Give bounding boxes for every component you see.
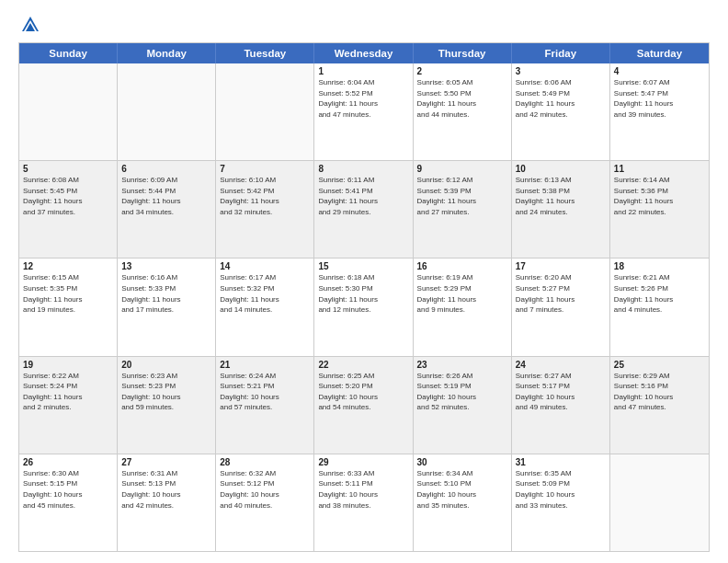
day-number: 24 (516, 360, 606, 370)
logo-icon (20, 15, 40, 35)
day-info: Sunrise: 6:23 AM Sunset: 5:23 PM Dayligh… (121, 371, 211, 413)
day-number: 15 (318, 261, 408, 271)
day-number: 27 (121, 457, 211, 467)
day-cell-18: 18Sunrise: 6:21 AM Sunset: 5:26 PM Dayli… (610, 259, 709, 355)
day-info: Sunrise: 6:15 AM Sunset: 5:35 PM Dayligh… (23, 272, 113, 315)
day-number: 25 (614, 360, 705, 370)
day-number: 5 (23, 164, 113, 174)
calendar-week-1: 1Sunrise: 6:04 AM Sunset: 5:52 PM Daylig… (19, 63, 709, 160)
empty-cell (19, 63, 118, 160)
day-number: 29 (318, 457, 408, 467)
day-info: Sunrise: 6:18 AM Sunset: 5:30 PM Dayligh… (318, 272, 408, 315)
day-cell-8: 8Sunrise: 6:11 AM Sunset: 5:41 PM Daylig… (314, 161, 413, 258)
day-info: Sunrise: 6:27 AM Sunset: 5:17 PM Dayligh… (516, 371, 606, 413)
day-number: 16 (417, 261, 507, 271)
day-cell-23: 23Sunrise: 6:26 AM Sunset: 5:19 PM Dayli… (414, 357, 512, 454)
day-number: 7 (220, 164, 310, 174)
day-number: 23 (417, 360, 507, 370)
day-info: Sunrise: 6:21 AM Sunset: 5:26 PM Dayligh… (614, 272, 705, 315)
day-info: Sunrise: 6:22 AM Sunset: 5:24 PM Dayligh… (23, 371, 113, 413)
day-cell-15: 15Sunrise: 6:18 AM Sunset: 5:30 PM Dayli… (314, 259, 413, 355)
day-cell-5: 5Sunrise: 6:08 AM Sunset: 5:45 PM Daylig… (19, 161, 118, 258)
day-cell-9: 9Sunrise: 6:12 AM Sunset: 5:39 PM Daylig… (414, 161, 512, 258)
day-number: 20 (121, 360, 211, 370)
day-number: 17 (516, 261, 606, 271)
day-number: 19 (23, 360, 113, 370)
day-info: Sunrise: 6:08 AM Sunset: 5:45 PM Dayligh… (23, 175, 113, 217)
day-info: Sunrise: 6:14 AM Sunset: 5:36 PM Dayligh… (614, 175, 705, 217)
day-cell-3: 3Sunrise: 6:06 AM Sunset: 5:49 PM Daylig… (512, 63, 610, 160)
day-number: 21 (220, 360, 310, 370)
day-number: 28 (220, 457, 310, 467)
empty-cell (118, 63, 216, 160)
day-info: Sunrise: 6:24 AM Sunset: 5:21 PM Dayligh… (220, 371, 310, 413)
day-number: 1 (318, 66, 408, 76)
day-number: 12 (23, 261, 113, 271)
day-number: 22 (318, 360, 408, 370)
day-number: 3 (516, 66, 606, 76)
day-info: Sunrise: 6:34 AM Sunset: 5:10 PM Dayligh… (417, 468, 507, 511)
calendar: SundayMondayTuesdayWednesdayThursdayFrid… (18, 42, 710, 552)
page: SundayMondayTuesdayWednesdayThursdayFrid… (0, 0, 728, 563)
day-cell-12: 12Sunrise: 6:15 AM Sunset: 5:35 PM Dayli… (19, 259, 118, 355)
header-day-tuesday: Tuesday (216, 43, 314, 63)
day-info: Sunrise: 6:12 AM Sunset: 5:39 PM Dayligh… (417, 175, 507, 217)
day-info: Sunrise: 6:30 AM Sunset: 5:15 PM Dayligh… (23, 468, 113, 511)
logo (18, 15, 40, 35)
header (18, 15, 710, 35)
day-cell-21: 21Sunrise: 6:24 AM Sunset: 5:21 PM Dayli… (216, 357, 314, 454)
day-cell-31: 31Sunrise: 6:35 AM Sunset: 5:09 PM Dayli… (512, 454, 610, 551)
header-day-saturday: Saturday (610, 43, 709, 63)
day-cell-26: 26Sunrise: 6:30 AM Sunset: 5:15 PM Dayli… (19, 454, 118, 551)
day-info: Sunrise: 6:13 AM Sunset: 5:38 PM Dayligh… (516, 175, 606, 217)
day-info: Sunrise: 6:33 AM Sunset: 5:11 PM Dayligh… (318, 468, 408, 511)
day-cell-17: 17Sunrise: 6:20 AM Sunset: 5:27 PM Dayli… (512, 259, 610, 355)
day-cell-25: 25Sunrise: 6:29 AM Sunset: 5:16 PM Dayli… (610, 357, 709, 454)
day-number: 30 (417, 457, 507, 467)
day-info: Sunrise: 6:06 AM Sunset: 5:49 PM Dayligh… (516, 77, 606, 120)
day-number: 13 (121, 261, 211, 271)
day-cell-4: 4Sunrise: 6:07 AM Sunset: 5:47 PM Daylig… (610, 63, 709, 160)
day-number: 4 (614, 66, 705, 76)
calendar-body: 1Sunrise: 6:04 AM Sunset: 5:52 PM Daylig… (19, 63, 709, 551)
empty-cell (216, 63, 314, 160)
day-info: Sunrise: 6:20 AM Sunset: 5:27 PM Dayligh… (516, 272, 606, 315)
day-cell-7: 7Sunrise: 6:10 AM Sunset: 5:42 PM Daylig… (216, 161, 314, 258)
day-info: Sunrise: 6:10 AM Sunset: 5:42 PM Dayligh… (220, 175, 310, 217)
day-info: Sunrise: 6:11 AM Sunset: 5:41 PM Dayligh… (318, 175, 408, 217)
day-cell-6: 6Sunrise: 6:09 AM Sunset: 5:44 PM Daylig… (118, 161, 216, 258)
day-number: 26 (23, 457, 113, 467)
day-info: Sunrise: 6:25 AM Sunset: 5:20 PM Dayligh… (318, 371, 408, 413)
day-info: Sunrise: 6:07 AM Sunset: 5:47 PM Dayligh… (614, 77, 705, 120)
day-cell-24: 24Sunrise: 6:27 AM Sunset: 5:17 PM Dayli… (512, 357, 610, 454)
day-cell-13: 13Sunrise: 6:16 AM Sunset: 5:33 PM Dayli… (118, 259, 216, 355)
day-info: Sunrise: 6:17 AM Sunset: 5:32 PM Dayligh… (220, 272, 310, 315)
calendar-week-3: 12Sunrise: 6:15 AM Sunset: 5:35 PM Dayli… (19, 258, 709, 355)
day-cell-22: 22Sunrise: 6:25 AM Sunset: 5:20 PM Dayli… (314, 357, 413, 454)
calendar-week-4: 19Sunrise: 6:22 AM Sunset: 5:24 PM Dayli… (19, 356, 709, 454)
day-cell-14: 14Sunrise: 6:17 AM Sunset: 5:32 PM Dayli… (216, 259, 314, 355)
day-info: Sunrise: 6:05 AM Sunset: 5:50 PM Dayligh… (417, 77, 507, 120)
header-day-thursday: Thursday (414, 43, 512, 63)
day-number: 2 (417, 66, 507, 76)
day-info: Sunrise: 6:04 AM Sunset: 5:52 PM Dayligh… (318, 77, 408, 120)
day-number: 10 (516, 164, 606, 174)
day-info: Sunrise: 6:26 AM Sunset: 5:19 PM Dayligh… (417, 371, 507, 413)
day-number: 14 (220, 261, 310, 271)
calendar-week-2: 5Sunrise: 6:08 AM Sunset: 5:45 PM Daylig… (19, 160, 709, 258)
day-cell-2: 2Sunrise: 6:05 AM Sunset: 5:50 PM Daylig… (414, 63, 512, 160)
calendar-week-5: 26Sunrise: 6:30 AM Sunset: 5:15 PM Dayli… (19, 454, 709, 551)
day-cell-16: 16Sunrise: 6:19 AM Sunset: 5:29 PM Dayli… (414, 259, 512, 355)
day-cell-30: 30Sunrise: 6:34 AM Sunset: 5:10 PM Dayli… (414, 454, 512, 551)
day-cell-29: 29Sunrise: 6:33 AM Sunset: 5:11 PM Dayli… (314, 454, 413, 551)
day-cell-28: 28Sunrise: 6:32 AM Sunset: 5:12 PM Dayli… (216, 454, 314, 551)
header-day-friday: Friday (512, 43, 610, 63)
day-number: 18 (614, 261, 705, 271)
day-cell-10: 10Sunrise: 6:13 AM Sunset: 5:38 PM Dayli… (512, 161, 610, 258)
day-info: Sunrise: 6:16 AM Sunset: 5:33 PM Dayligh… (121, 272, 211, 315)
day-info: Sunrise: 6:32 AM Sunset: 5:12 PM Dayligh… (220, 468, 310, 511)
day-number: 9 (417, 164, 507, 174)
empty-cell (610, 454, 709, 551)
day-info: Sunrise: 6:29 AM Sunset: 5:16 PM Dayligh… (614, 371, 705, 413)
day-info: Sunrise: 6:19 AM Sunset: 5:29 PM Dayligh… (417, 272, 507, 315)
